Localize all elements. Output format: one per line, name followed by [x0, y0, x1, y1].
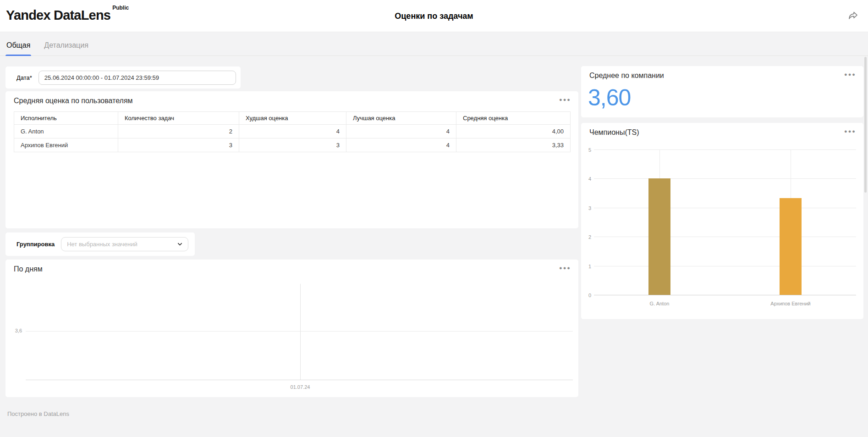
cell-value: 4: [239, 125, 346, 138]
date-filter-card: Дата*: [5, 66, 241, 89]
share-arrow-icon: [847, 10, 859, 22]
cell-value: 4,00: [456, 125, 571, 138]
bar-chart-plot: 012345G. AntonАрхипов Евгений: [594, 150, 856, 295]
x-axis-line: [594, 295, 856, 295]
built-with-datalens-link[interactable]: Построено в DataLens: [7, 410, 69, 417]
horizontal-gridline: [26, 331, 573, 332]
cell-value: 4: [346, 138, 456, 152]
cell-value: 3: [239, 138, 346, 152]
table-row[interactable]: Архипов Евгений3343,33: [14, 138, 571, 152]
avg-score-table-card: Средняя оценка по пользователям ●●● Испо…: [5, 91, 578, 228]
share-icon[interactable]: [846, 9, 860, 23]
horizontal-gridline: [594, 149, 856, 150]
y-axis-tick-label: 5: [581, 147, 591, 153]
y-axis-tick-label: 4: [581, 176, 591, 182]
date-filter-label: Дата*: [16, 74, 32, 81]
cell-value: 3: [118, 138, 239, 152]
tab-bar: Общая Детализация: [0, 32, 868, 56]
y-axis-tick-label: 3: [581, 205, 591, 211]
tab-obshchaya[interactable]: Общая: [6, 41, 30, 55]
column-header[interactable]: Исполнитель: [14, 112, 118, 125]
column-header[interactable]: Средняя оценка: [456, 112, 571, 125]
logo-text: Yandex DataLens: [6, 8, 110, 22]
y-axis-tick-label: 1: [581, 264, 591, 269]
ellipsis-menu-icon[interactable]: ●●●: [843, 69, 857, 80]
vertical-scrollbar-thumb[interactable]: [864, 57, 867, 193]
x-axis-category-label: G. Anton: [618, 301, 701, 306]
dashboard-title: Оценки по задачам: [395, 11, 473, 21]
cell-value: 4: [346, 125, 456, 138]
bar-arkhipov-evgeniy[interactable]: [780, 198, 802, 295]
horizontal-gridline: [594, 208, 856, 208]
cell-value: 3,33: [456, 138, 571, 152]
table-body: G. Anton2444,00Архипов Евгений3343,33: [14, 125, 571, 152]
table-widget-title: Средняя оценка по пользователям: [14, 97, 133, 105]
x-axis-tick-label: 01.07.24: [277, 384, 323, 390]
datalens-logo[interactable]: Yandex DataLensPublic: [6, 8, 127, 23]
by-days-chart-card: По дням ●●● 3,6 01.07.24: [5, 260, 578, 397]
avg-score-table: ИсполнительКоличество задачХудшая оценка…: [14, 111, 571, 152]
kpi-title: Среднее по компании: [589, 72, 664, 80]
column-header[interactable]: Лучшая оценка: [346, 112, 456, 125]
ellipsis-menu-icon[interactable]: ●●●: [558, 94, 572, 105]
grouping-select-placeholder: Нет выбранных значений: [67, 241, 176, 248]
dashboard-page: Yandex DataLensPublic Оценки по задачам …: [0, 0, 868, 437]
table-header-row: ИсполнительКоличество задачХудшая оценка…: [14, 112, 571, 125]
y-axis-tick-label: 0: [581, 293, 591, 298]
ellipsis-menu-icon[interactable]: ●●●: [843, 126, 857, 137]
logo-public-badge: Public: [112, 5, 129, 11]
chevron-down-icon: [176, 241, 183, 248]
column-header[interactable]: Худшая оценка: [239, 112, 346, 125]
grouping-filter-card: Группировка Нет выбранных значений: [5, 232, 195, 256]
tab-detalizaciya[interactable]: Детализация: [44, 41, 88, 55]
horizontal-gridline: [594, 266, 856, 266]
y-axis-tick-label: 2: [581, 234, 591, 240]
cell-performer: Архипов Евгений: [14, 138, 118, 152]
table-row[interactable]: G. Anton2444,00: [14, 125, 571, 138]
vertical-gridline: [300, 284, 301, 380]
kpi-value: 3,60: [588, 84, 631, 111]
cell-value: 2: [118, 125, 239, 138]
app-header: Yandex DataLensPublic Оценки по задачам: [0, 0, 868, 32]
column-header[interactable]: Количество задач: [118, 112, 239, 125]
line-chart-plot[interactable]: 3,6 01.07.24: [5, 260, 578, 397]
horizontal-gridline: [594, 237, 856, 237]
cell-performer: G. Anton: [14, 125, 118, 138]
x-axis-category-label: Архипов Евгений: [749, 301, 832, 306]
champions-chart-title: Чемпионы(TS): [589, 128, 639, 137]
grouping-label: Группировка: [16, 241, 55, 248]
company-average-kpi-card: Среднее по компании ●●● 3,60: [581, 66, 863, 117]
horizontal-gridline: [594, 178, 856, 179]
grouping-select[interactable]: Нет выбранных значений: [61, 237, 188, 251]
champions-chart-card: Чемпионы(TS) ●●● 012345G. AntonАрхипов Е…: [581, 123, 863, 319]
bar-g-anton[interactable]: [648, 178, 670, 295]
x-axis-line: [26, 380, 573, 380]
y-axis-tick-label: 3,6: [6, 328, 22, 333]
date-range-input[interactable]: [38, 71, 236, 85]
